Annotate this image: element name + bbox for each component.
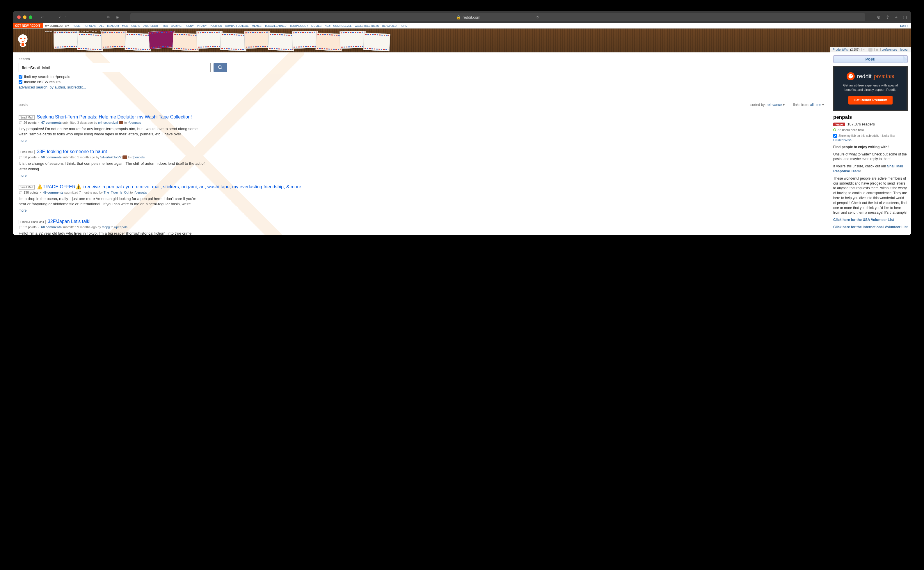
subreddit-link[interactable]: r/penpals	[134, 191, 147, 194]
author-link[interactable]: princepercival	[98, 121, 118, 124]
author-link[interactable]: The_Tiger_Is_Out	[104, 191, 129, 194]
submit-post-button[interactable]: Post!	[833, 55, 908, 63]
share-icon[interactable]: ⇧	[886, 15, 890, 20]
back-button[interactable]: ‹	[59, 15, 61, 20]
post-title-link[interactable]: 32F/Japan Let's talk!	[48, 219, 90, 224]
nav-random[interactable]: RANDOM	[107, 25, 119, 28]
comments-link[interactable]: 49 comments	[43, 191, 63, 194]
nav-link[interactable]: TECHNOLOGY	[290, 25, 308, 28]
search-label: search	[18, 57, 824, 61]
nav-popular[interactable]: POPULAR	[84, 25, 96, 28]
nav-link[interactable]: MOVIES	[311, 25, 321, 28]
more-link[interactable]: more	[18, 208, 26, 213]
user-bar: PrudentWish (2,186) |✉ | |⬣ |preferences…	[830, 47, 911, 52]
nav-all[interactable]: ALL	[99, 25, 104, 28]
subreddit-link[interactable]: r/penpals	[115, 225, 127, 229]
advanced-search-link[interactable]: advanced search: by author, subreddit...	[18, 85, 86, 89]
nav-link[interactable]: FUNNY	[185, 25, 194, 28]
post-score: 130 points	[24, 191, 38, 194]
nav-link[interactable]: PIRACY	[197, 25, 207, 28]
get-new-reddit-button[interactable]: GET NEW REDDIT	[13, 23, 43, 28]
flair-tag[interactable]: Email & Snail Mail	[18, 220, 46, 224]
nav-users[interactable]: USERS	[131, 25, 141, 28]
limit-search-checkbox-row[interactable]: limit my search to r/penpals	[18, 75, 824, 79]
flair-tag[interactable]: Snail Mail	[18, 115, 35, 120]
sorted-by-control[interactable]: sorted by: relevance ▾	[750, 103, 784, 107]
intl-volunteer-link[interactable]: Click here for the International Volunte…	[833, 225, 908, 229]
nav-link[interactable]: WALLSTREETBETS	[355, 25, 379, 28]
sidebar-icon[interactable]: ▭	[41, 15, 44, 19]
posts-label: posts	[18, 103, 27, 107]
screen-share-icon[interactable]: ⎚	[107, 15, 109, 19]
nsfw-checkbox-row[interactable]: include NSFW results	[18, 80, 824, 84]
nsfw-checkbox[interactable]	[18, 80, 22, 84]
url-bar[interactable]: 🔒 reddit.com ↻	[130, 13, 866, 21]
leave-button[interactable]: leave	[833, 123, 845, 126]
maximize-window-button[interactable]	[29, 15, 32, 19]
nav-link[interactable]: COMBATFOOTAGE	[225, 25, 249, 28]
comments-link[interactable]: 60 comments	[41, 225, 62, 229]
username-link[interactable]: PrudentWish	[832, 48, 849, 51]
minimize-window-button[interactable]	[23, 15, 26, 19]
more-link[interactable]: more	[18, 139, 26, 142]
my-subreddits-dropdown[interactable]: MY SUBREDDITS ▾	[43, 25, 71, 28]
nav-link[interactable]: GAMING	[171, 25, 182, 28]
subreddit-link[interactable]: r/penpals	[128, 121, 141, 124]
nav-link[interactable]: NEXTFUCKINGLEVEL	[325, 25, 352, 28]
forward-button[interactable]: ›	[65, 15, 66, 20]
reddit-logo[interactable]	[16, 31, 29, 48]
usa-volunteer-link[interactable]: Click here for the USA Volunteer List	[833, 218, 894, 222]
tabs-icon[interactable]: ▢	[903, 15, 907, 20]
top-nav-bar: GET NEW REDDIT MY SUBREDDITS ▾ HOME- POP…	[13, 23, 911, 29]
nav-link[interactable]: POLITICS	[210, 25, 222, 28]
privacy-icon[interactable]: ◉	[116, 15, 119, 19]
flair-tag[interactable]: Snail Mail	[18, 185, 35, 190]
author-link[interactable]: SilverInkblotV2	[100, 155, 121, 159]
vote-arrows-icon[interactable]: ⇵	[18, 155, 22, 159]
svg-point-2	[24, 38, 25, 39]
downloads-icon[interactable]: ⊕	[877, 15, 881, 20]
flair-tag[interactable]: Snail Mail	[18, 150, 35, 154]
show-flair-checkbox-row[interactable]: Show my flair on this subreddit. It look…	[833, 134, 908, 138]
nav-link[interactable]: FORM	[400, 25, 408, 28]
subreddit-title-link[interactable]: penpals	[45, 29, 56, 33]
preferences-link[interactable]: preferences	[882, 48, 897, 51]
nav-link[interactable]: PICS	[162, 25, 168, 28]
nav-link[interactable]: BEAMAZED	[382, 25, 397, 28]
search-button[interactable]	[214, 63, 227, 72]
post-title-link[interactable]: ⚠️TRADE OFFER⚠️ i receive: a pen pal / y…	[37, 184, 301, 189]
vote-arrows-icon[interactable]: ⇵	[18, 190, 22, 195]
more-link[interactable]: more	[18, 173, 26, 178]
chevron-down-icon[interactable]: ⌄	[49, 16, 52, 19]
submitted-text: submitted 7 months ago by	[64, 191, 103, 194]
subreddit-link[interactable]: r/penpals	[131, 155, 145, 159]
nav-link[interactable]: MEMES	[252, 25, 261, 28]
vote-arrows-icon[interactable]: ⇵	[18, 225, 22, 230]
post-title-link[interactable]: 33F, looking for someone to haunt	[37, 149, 107, 154]
get-premium-button[interactable]: Get Reddit Premium	[848, 96, 892, 104]
comments-link[interactable]: 47 comments	[41, 121, 62, 124]
online-users: 32 users here now	[833, 128, 908, 132]
nav-link[interactable]: TODAYILEARNED	[265, 25, 287, 28]
logout-link[interactable]: logout	[900, 48, 908, 51]
author-link[interactable]: racpg	[102, 225, 110, 229]
refresh-icon[interactable]: ↻	[536, 15, 539, 20]
nav-home[interactable]: HOME	[73, 25, 81, 28]
new-tab-icon[interactable]: +	[895, 15, 898, 20]
shield-icon[interactable]: ⬣	[876, 48, 878, 51]
comments-link[interactable]: 50 comments	[41, 155, 62, 159]
close-window-button[interactable]	[17, 15, 21, 19]
search-input[interactable]	[18, 63, 211, 72]
user-flair-link[interactable]: PrudentWish	[833, 138, 908, 142]
mail-icon[interactable]: ✉	[863, 48, 865, 51]
chat-icon[interactable]	[868, 48, 872, 52]
show-flair-checkbox[interactable]	[833, 134, 837, 138]
post-title-link[interactable]: Seeking Short-Term Penpals: Help me Decl…	[37, 114, 192, 120]
nav-mod[interactable]: MOD	[122, 25, 128, 28]
edit-subscriptions-link[interactable]: EDIT »	[900, 25, 911, 28]
nav-link[interactable]: ASKREDDIT	[144, 25, 159, 28]
vote-arrows-icon[interactable]: ⇵	[18, 120, 22, 125]
post-body: Hey penpalers! I'm not on the market for…	[18, 126, 205, 137]
links-from-control[interactable]: links from: all time ▾	[793, 103, 824, 107]
limit-search-checkbox[interactable]	[18, 75, 22, 78]
